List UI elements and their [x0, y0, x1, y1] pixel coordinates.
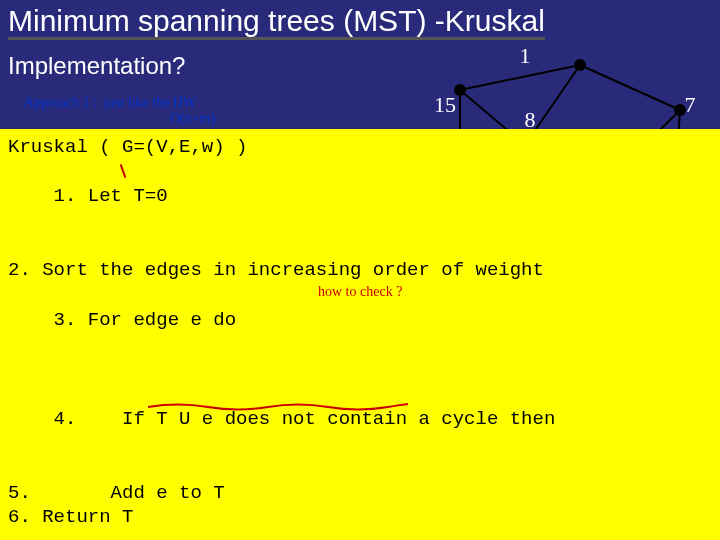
pseudocode-box: Kruskal ( G=(V,E,w) ) 1. Let T=0 2. Sort…	[0, 129, 720, 540]
empty-set-slash	[120, 164, 127, 178]
code-line: 1. Let T=0	[8, 160, 712, 259]
code-text: 3. For edge e do	[54, 309, 236, 331]
edge-weight: 7	[685, 92, 696, 118]
edge-weight: 1	[520, 43, 531, 69]
graph-node	[574, 59, 586, 71]
code-text: 1. Let T=0	[54, 185, 168, 207]
slide-title: Minimum spanning trees (MST) -Kruskal	[0, 0, 720, 38]
code-line: 4. If T U e does not contain a cycle the…	[8, 382, 712, 481]
svg-line-1	[580, 65, 680, 110]
code-line: 5. Add e to T	[8, 481, 712, 506]
underline-squiggle	[148, 402, 408, 412]
edge-weight: 15	[434, 92, 456, 118]
code-line: 2. Sort the edges in increasing order of…	[8, 258, 712, 283]
code-line: 6. Return T	[8, 505, 712, 530]
code-line: Kruskal ( G=(V,E,w) )	[8, 135, 712, 160]
hand-approach1-cost: O(n+m)	[170, 110, 215, 128]
hand-how-to-check: how to check ?	[318, 283, 402, 301]
code-line: 3. For edge e do how to check ?	[8, 283, 712, 382]
